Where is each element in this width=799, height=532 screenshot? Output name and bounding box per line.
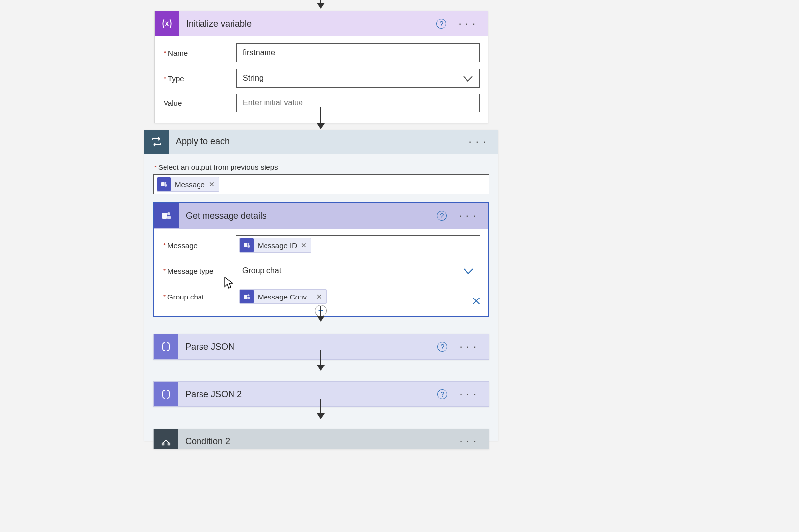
more-menu-button[interactable]: · · · bbox=[458, 21, 476, 26]
svg-point-4 bbox=[167, 212, 170, 215]
token-remove-icon[interactable]: ✕ bbox=[301, 241, 307, 249]
card-header[interactable]: Initialize variable ? · · · bbox=[155, 11, 488, 36]
step-condition-2[interactable]: Condition 2 · · · bbox=[153, 429, 489, 449]
label-message-type: Message type bbox=[162, 267, 236, 275]
more-menu-button[interactable]: · · · bbox=[468, 139, 486, 144]
card-title: Parse JSON bbox=[178, 342, 437, 352]
step-get-message-details[interactable]: Get message details ? · · · Message bbox=[153, 202, 489, 317]
flow-arrow bbox=[320, 399, 321, 418]
svg-rect-8 bbox=[247, 245, 250, 248]
svg-rect-11 bbox=[247, 297, 250, 299]
token-remove-icon[interactable]: ✕ bbox=[209, 180, 215, 188]
token-message-conv[interactable]: Message Conv... ✕ bbox=[239, 289, 327, 304]
svg-rect-2 bbox=[165, 184, 167, 187]
card-header[interactable]: Get message details ? · · · bbox=[154, 203, 488, 229]
token-label: Message Conv... bbox=[258, 293, 312, 301]
help-icon[interactable]: ? bbox=[436, 19, 446, 29]
token-label: Message ID bbox=[258, 241, 297, 250]
svg-rect-3 bbox=[162, 213, 167, 219]
more-menu-button[interactable]: · · · bbox=[459, 392, 477, 397]
svg-rect-0 bbox=[161, 182, 165, 186]
help-icon[interactable]: ? bbox=[437, 342, 447, 352]
card-title: Parse JSON 2 bbox=[178, 389, 437, 399]
card-body: Message Message ID ✕ bbox=[154, 229, 488, 316]
more-menu-button[interactable]: · · · bbox=[459, 213, 476, 218]
name-input[interactable] bbox=[236, 43, 480, 62]
type-value: String bbox=[243, 74, 264, 83]
card-title: Initialize variable bbox=[179, 19, 436, 29]
flow-arrow bbox=[320, 0, 321, 8]
chevron-down-icon bbox=[463, 72, 473, 82]
flow-arrow bbox=[320, 107, 321, 128]
card-body: Name Type String Value bbox=[155, 36, 488, 123]
step-parse-json[interactable]: Parse JSON ? · · · bbox=[153, 334, 489, 360]
teams-icon bbox=[154, 203, 179, 228]
more-menu-button[interactable]: · · · bbox=[459, 439, 477, 444]
step-apply-to-each: Apply to each · · · Select an output fro… bbox=[144, 130, 498, 441]
flow-arrow bbox=[320, 350, 321, 370]
svg-point-10 bbox=[247, 294, 249, 296]
group-chat-input[interactable]: Message Conv... ✕ bbox=[236, 287, 480, 306]
step-initialize-variable[interactable]: Initialize variable ? · · · Name Type St… bbox=[154, 11, 488, 123]
svg-rect-9 bbox=[244, 295, 247, 299]
token-remove-icon[interactable]: ✕ bbox=[316, 293, 322, 300]
token-message-id[interactable]: Message ID ✕ bbox=[239, 238, 311, 253]
loop-icon bbox=[144, 130, 169, 154]
message-type-value: Group chat bbox=[242, 266, 281, 275]
svg-rect-5 bbox=[167, 216, 171, 219]
card-title: Get message details bbox=[179, 211, 437, 221]
value-input[interactable] bbox=[236, 94, 480, 112]
card-header[interactable]: Apply to each · · · bbox=[144, 130, 498, 154]
teams-icon bbox=[240, 290, 254, 303]
label-value: Value bbox=[163, 99, 236, 107]
message-type-select[interactable]: Group chat bbox=[236, 262, 480, 280]
more-menu-button[interactable]: · · · bbox=[459, 344, 477, 349]
help-icon[interactable]: ? bbox=[437, 211, 447, 221]
type-select[interactable]: String bbox=[236, 69, 480, 88]
select-output-input[interactable]: Message ✕ bbox=[153, 174, 489, 194]
svg-rect-6 bbox=[244, 243, 247, 247]
label-message: Message bbox=[162, 241, 236, 250]
help-icon[interactable]: ? bbox=[437, 389, 447, 399]
json-icon bbox=[154, 334, 178, 359]
card-header[interactable]: Parse JSON ? · · · bbox=[154, 334, 489, 359]
svg-point-7 bbox=[247, 243, 249, 245]
card-header[interactable]: Parse JSON 2 ? · · · bbox=[154, 382, 489, 406]
variable-icon bbox=[155, 11, 179, 36]
teams-icon bbox=[157, 177, 171, 191]
condition-icon bbox=[154, 429, 178, 449]
label-type: Type bbox=[163, 74, 236, 83]
teams-icon bbox=[240, 238, 254, 252]
card-header[interactable]: Condition 2 · · · bbox=[154, 429, 489, 449]
token-message[interactable]: Message ✕ bbox=[157, 177, 219, 192]
label-group-chat: Group chat bbox=[162, 293, 236, 301]
chevron-down-icon bbox=[464, 265, 473, 274]
token-label: Message bbox=[175, 180, 205, 189]
message-input[interactable]: Message ID ✕ bbox=[236, 235, 480, 255]
step-parse-json-2[interactable]: Parse JSON 2 ? · · · bbox=[153, 381, 489, 407]
card-title: Apply to each bbox=[169, 136, 468, 147]
card-title: Condition 2 bbox=[178, 436, 459, 447]
label-select-output: Select an output from previous steps bbox=[144, 154, 498, 174]
label-name: Name bbox=[163, 49, 236, 57]
flow-arrow bbox=[320, 306, 321, 321]
svg-point-1 bbox=[165, 182, 166, 184]
json-icon bbox=[154, 382, 178, 406]
